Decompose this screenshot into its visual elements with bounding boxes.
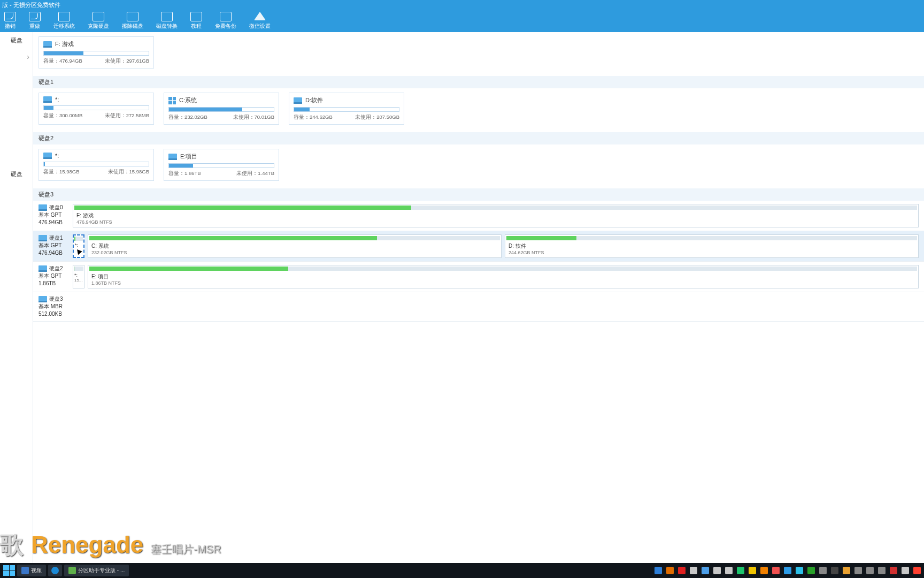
tray-icon[interactable]	[902, 567, 909, 574]
capacity-text: 容量：244.62GB	[294, 114, 333, 121]
sidebar-item-2[interactable]	[0, 76, 33, 166]
backup-icon	[220, 12, 232, 21]
disk-type: 基本 GPT	[38, 242, 70, 249]
tray-icon[interactable]	[772, 567, 780, 574]
partition-card-c[interactable]: C:系统 容量：232.02GB未使用：70.01GB	[164, 93, 279, 125]
disk-name: 硬盘2	[49, 265, 63, 272]
tray-icon[interactable]	[819, 567, 827, 574]
tutorial-button[interactable]: 教程	[190, 12, 202, 30]
tray-icon[interactable]	[796, 567, 803, 574]
clonedisk-button[interactable]: 克隆硬盘	[88, 12, 109, 30]
tray-icon[interactable]	[878, 567, 886, 574]
partition-card-star2[interactable]: *: 容量：15.98GB未使用：15.98GB	[38, 149, 154, 181]
clone-icon	[93, 12, 104, 21]
disk-row-3[interactable]: 硬盘3 基本 MBR 512.00KB	[33, 292, 924, 322]
task-label: 分区助手专业版 - ...	[78, 567, 125, 574]
partition-segment[interactable]: *: 15...	[73, 265, 84, 288]
tray-icon[interactable]	[866, 567, 874, 574]
tray-icon[interactable]	[760, 567, 768, 574]
partition-segment[interactable]: D: 软件 244.62GB NTFS	[505, 234, 919, 258]
tray-icon[interactable]	[913, 567, 921, 574]
seg-title: *:	[73, 272, 84, 278]
disk-size: 476.94GB	[38, 249, 70, 257]
seg-cap: 476.94GB NTFS	[73, 219, 918, 227]
redo-label: 重做	[29, 22, 40, 30]
taskbar-task-active[interactable]: 分区助手专业版 - ...	[64, 565, 129, 576]
tray-icon[interactable]	[713, 567, 721, 574]
disk1-label: 硬盘1	[33, 76, 924, 88]
disk-rows: 硬盘0 基本 GPT 476.94GB F: 游戏 476.94GB NTFS …	[33, 201, 924, 322]
capacity-text: 容量：232.02GB	[168, 114, 207, 121]
disk-info: 硬盘1 基本 GPT 476.94GB	[38, 234, 70, 258]
redo-button[interactable]: 重做	[29, 12, 41, 30]
disk-row-1[interactable]: 硬盘1 基本 GPT 476.94GB *: C: 系统 232.02GB NT…	[33, 231, 924, 262]
partition-card-d[interactable]: D:软件 容量：244.62GB未使用：207.50GB	[289, 93, 404, 125]
taskbar-task[interactable]: 视频	[17, 565, 46, 576]
unused-text: 未使用：297.61GB	[105, 58, 149, 65]
drive-icon	[294, 97, 302, 104]
disk-row-2[interactable]: 硬盘2 基本 GPT 1.86TB *: 15... E: 项目 1.86TB …	[33, 262, 924, 292]
backup-label: 免费备份	[215, 22, 236, 30]
disk-name: 硬盘1	[49, 234, 63, 242]
convert-button[interactable]: 磁盘转换	[156, 12, 178, 30]
tray-icon[interactable]	[737, 567, 744, 574]
start-button[interactable]	[3, 565, 15, 576]
migrate-label: 迁移系统	[53, 22, 75, 30]
disk-row-0[interactable]: 硬盘0 基本 GPT 476.94GB F: 游戏 476.94GB NTFS	[33, 201, 924, 231]
tray-icon[interactable]	[784, 567, 791, 574]
redo-icon	[29, 12, 41, 21]
tray-icon[interactable]	[690, 567, 697, 574]
cursor-icon	[75, 247, 82, 256]
convert-label: 磁盘转换	[156, 22, 178, 30]
partition-card-e[interactable]: E:项目 容量：1.86TB未使用：1.44TB	[164, 149, 279, 181]
migrate-button[interactable]: 迁移系统	[53, 12, 75, 30]
tray-icon[interactable]	[854, 567, 862, 574]
seg-title: D: 软件	[505, 241, 918, 250]
tray-icon[interactable]	[666, 567, 674, 574]
partition-card-star1[interactable]: *: 容量：300.00MB未使用：272.58MB	[38, 93, 154, 125]
disk-type: 基本 MBR	[38, 303, 70, 310]
unused-text: 未使用：207.50GB	[355, 114, 399, 121]
partition-title: C:系统	[179, 96, 197, 104]
wipe-icon	[127, 12, 138, 21]
sidebar-item-1[interactable]	[0, 48, 33, 76]
tutorial-label: 教程	[191, 22, 202, 30]
tray-icon[interactable]	[749, 567, 756, 574]
undo-button[interactable]: 撤销	[4, 12, 16, 30]
taskbar-task[interactable]	[48, 565, 62, 576]
tray-icon[interactable]	[678, 567, 686, 574]
tutorial-icon	[190, 12, 202, 21]
wechat-button[interactable]: 微信设置	[249, 12, 271, 30]
disk-info: 硬盘0 基本 GPT 476.94GB	[38, 204, 70, 227]
seg-title: *:	[74, 242, 83, 248]
unused-text: 未使用：15.98GB	[108, 169, 150, 176]
disk-size: 1.86TB	[38, 280, 70, 287]
tray-icon[interactable]	[843, 567, 850, 574]
partition-segment[interactable]: F: 游戏 476.94GB NTFS	[73, 204, 919, 227]
drive-icon	[38, 235, 47, 241]
sidebar-item-3[interactable]: 硬盘	[0, 166, 33, 187]
partition-segment-selected[interactable]: *:	[73, 234, 84, 258]
wipedisk-button[interactable]: 擦除磁盘	[122, 12, 143, 30]
taskbar: 视频 分区助手专业版 - ...	[0, 563, 924, 578]
usage-bar	[168, 107, 274, 112]
wechat-icon	[254, 12, 266, 20]
tray-icon[interactable]	[702, 567, 709, 574]
tray-icon[interactable]	[725, 567, 733, 574]
backup-button[interactable]: 免费备份	[215, 12, 236, 30]
disk-name: 硬盘3	[49, 295, 63, 303]
sidebar-item-0[interactable]: 硬盘	[0, 32, 33, 48]
partition-title: F: 游戏	[55, 40, 74, 48]
partition-segment[interactable]: E: 项目 1.86TB NTFS	[88, 265, 919, 288]
music-artist: 塞壬唱片-MSR	[151, 542, 221, 557]
tray-icon[interactable]	[807, 567, 815, 574]
partition-title: *:	[55, 96, 59, 103]
tray-icon[interactable]	[654, 567, 662, 574]
undo-label: 撤销	[5, 22, 16, 30]
partition-segment[interactable]: C: 系统 232.02GB NTFS	[88, 234, 502, 258]
partition-card-f[interactable]: F: 游戏 容量：476.94GB未使用：297.61GB	[38, 36, 154, 69]
tray-icon[interactable]	[831, 567, 838, 574]
tray-icon[interactable]	[890, 567, 897, 574]
edge-icon	[51, 567, 59, 574]
seg-title: C: 系统	[88, 241, 501, 250]
